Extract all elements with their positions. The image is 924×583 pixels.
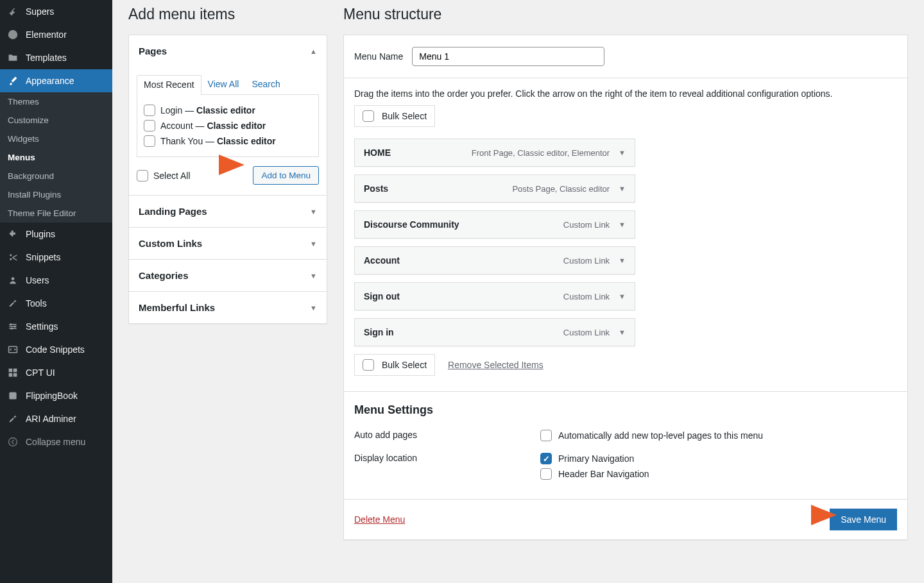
remove-selected-link: Remove Selected Items bbox=[448, 360, 543, 370]
menu-item-sign-out[interactable]: Sign out Custom Link▼ bbox=[354, 282, 635, 310]
add-to-menu-button[interactable]: Add to Menu bbox=[253, 166, 319, 185]
sidebar-item-label: FlippingBook bbox=[26, 391, 78, 401]
sidebar-item-label: Code Snippets bbox=[26, 344, 85, 355]
sidebar-item-plugins[interactable]: Plugins bbox=[0, 223, 112, 246]
accordion-title: Categories bbox=[139, 270, 189, 281]
sidebar-item-code-snippets[interactable]: Code Snippets bbox=[0, 338, 112, 361]
sidebar-item-label: CPT UI bbox=[26, 368, 55, 378]
caret-down-icon[interactable]: ▼ bbox=[619, 221, 626, 228]
display-location-label: Display location bbox=[354, 453, 540, 484]
sidebar-item-settings[interactable]: Settings bbox=[0, 315, 112, 338]
caret-down-icon[interactable]: ▼ bbox=[619, 149, 626, 156]
submenu-widgets[interactable]: Widgets bbox=[0, 130, 112, 148]
caret-down-icon: ▼ bbox=[310, 240, 317, 248]
submenu-menus[interactable]: Menus bbox=[0, 148, 112, 167]
menu-structure-heading: Menu structure bbox=[343, 0, 908, 32]
checkbox[interactable] bbox=[363, 359, 374, 371]
svg-rect-10 bbox=[9, 392, 16, 399]
sidebar-item-templates[interactable]: Templates bbox=[0, 46, 112, 69]
elementor-icon bbox=[6, 28, 19, 41]
bulk-select-bottom[interactable]: Bulk Select bbox=[354, 354, 435, 376]
tab-view-all[interactable]: View All bbox=[201, 75, 246, 95]
sidebar-item-appearance[interactable]: Appearance bbox=[0, 69, 112, 92]
accordion-memberful-links[interactable]: Memberful Links ▼ bbox=[129, 291, 327, 323]
accordion-pages[interactable]: Pages ▲ bbox=[129, 35, 327, 67]
checkbox[interactable] bbox=[144, 105, 155, 116]
checkbox[interactable] bbox=[363, 110, 374, 122]
checkbox[interactable] bbox=[144, 135, 155, 147]
brush-icon bbox=[6, 74, 19, 87]
tab-most-recent[interactable]: Most Recent bbox=[137, 75, 201, 95]
sidebar-item-label: Plugins bbox=[26, 229, 55, 239]
auto-add-label: Auto add pages bbox=[354, 430, 540, 445]
sidebar-item-snippets[interactable]: Snippets bbox=[0, 246, 112, 269]
menu-settings: Menu Settings Auto add pages Automatical… bbox=[344, 392, 907, 499]
submenu-theme-file-editor[interactable]: Theme File Editor bbox=[0, 204, 112, 223]
grid-icon bbox=[6, 366, 19, 379]
pin-icon bbox=[6, 5, 19, 18]
collapse-icon bbox=[6, 435, 19, 448]
svg-rect-7 bbox=[13, 369, 17, 373]
accordion-title: Custom Links bbox=[139, 238, 202, 249]
menu-structure-panel: Menu Name Drag the items into the order … bbox=[343, 35, 908, 540]
checkbox[interactable] bbox=[137, 170, 148, 182]
location-header-bar[interactable]: Header Bar Navigation bbox=[540, 468, 897, 480]
sidebar-item-elementor[interactable]: Elementor bbox=[0, 23, 112, 46]
page-item-account[interactable]: Account — Classic editor bbox=[144, 118, 312, 133]
page-item-thank-you[interactable]: Thank You — Classic editor bbox=[144, 133, 312, 149]
checkbox[interactable] bbox=[144, 120, 155, 131]
book-icon bbox=[6, 389, 19, 402]
submenu-install-plugins[interactable]: Install Plugins bbox=[0, 185, 112, 204]
tab-search[interactable]: Search bbox=[245, 75, 286, 95]
pages-checklist: Login — Classic editor Account — Classic… bbox=[137, 95, 319, 157]
menu-item-home[interactable]: HOME Front Page, Classic editor, Element… bbox=[354, 139, 635, 167]
accordion-title: Memberful Links bbox=[139, 302, 215, 313]
menu-instructions: Drag the items into the order you prefer… bbox=[344, 78, 907, 105]
checkbox[interactable] bbox=[540, 453, 552, 464]
delete-menu-link[interactable]: Delete Menu bbox=[354, 514, 405, 525]
accordion-categories[interactable]: Categories ▼ bbox=[129, 259, 327, 291]
sidebar-item-flippingbook[interactable]: FlippingBook bbox=[0, 384, 112, 407]
menu-item-account[interactable]: Account Custom Link▼ bbox=[354, 246, 635, 275]
menu-item-posts[interactable]: Posts Posts Page, Classic editor▼ bbox=[354, 174, 635, 203]
menu-item-discourse[interactable]: Discourse Community Custom Link▼ bbox=[354, 210, 635, 239]
svg-point-1 bbox=[12, 277, 15, 280]
menu-settings-heading: Menu Settings bbox=[354, 403, 897, 417]
menu-item-sign-in[interactable]: Sign in Custom Link▼ bbox=[354, 318, 635, 346]
checkbox[interactable] bbox=[540, 430, 552, 441]
submenu-customize[interactable]: Customize bbox=[0, 111, 112, 130]
location-primary[interactable]: Primary Navigation bbox=[540, 453, 897, 464]
auto-add-option[interactable]: Automatically add new top-level pages to… bbox=[540, 430, 897, 441]
submenu-themes[interactable]: Themes bbox=[0, 92, 112, 111]
bulk-select-top[interactable]: Bulk Select bbox=[354, 105, 435, 127]
add-items-accordion: Pages ▲ Most Recent View All Search Logi… bbox=[128, 35, 327, 324]
caret-down-icon[interactable]: ▼ bbox=[619, 185, 626, 192]
scissors-icon bbox=[6, 251, 19, 264]
svg-rect-8 bbox=[9, 373, 13, 377]
sidebar-item-tools[interactable]: Tools bbox=[0, 292, 112, 315]
user-icon bbox=[6, 274, 19, 287]
menu-name-input[interactable] bbox=[412, 47, 604, 66]
sidebar-collapse[interactable]: Collapse menu bbox=[0, 430, 112, 453]
folder-icon bbox=[6, 51, 19, 64]
accordion-landing-pages[interactable]: Landing Pages ▼ bbox=[129, 195, 327, 227]
svg-rect-6 bbox=[9, 369, 13, 373]
submenu-background[interactable]: Background bbox=[0, 167, 112, 185]
select-all[interactable]: Select All bbox=[137, 168, 191, 183]
accordion-custom-links[interactable]: Custom Links ▼ bbox=[129, 227, 327, 259]
sidebar-item-ari-adminer[interactable]: ARI Adminer bbox=[0, 407, 112, 430]
sidebar-item-cpt-ui[interactable]: CPT UI bbox=[0, 361, 112, 384]
caret-up-icon: ▲ bbox=[310, 47, 317, 55]
page-item-login[interactable]: Login — Classic editor bbox=[144, 103, 312, 118]
wrench-icon bbox=[6, 412, 19, 425]
checkbox[interactable] bbox=[540, 468, 552, 480]
wrench-icon bbox=[6, 297, 19, 310]
caret-down-icon[interactable]: ▼ bbox=[619, 257, 626, 264]
caret-down-icon[interactable]: ▼ bbox=[619, 328, 626, 336]
caret-down-icon[interactable]: ▼ bbox=[619, 292, 626, 300]
admin-sidebar: Supers Elementor Templates Appearance Th… bbox=[0, 0, 112, 583]
sidebar-item-supers[interactable]: Supers bbox=[0, 0, 112, 23]
save-menu-button[interactable]: Save Menu bbox=[830, 509, 897, 530]
sidebar-item-users[interactable]: Users bbox=[0, 269, 112, 292]
sidebar-item-label: Templates bbox=[26, 53, 67, 63]
